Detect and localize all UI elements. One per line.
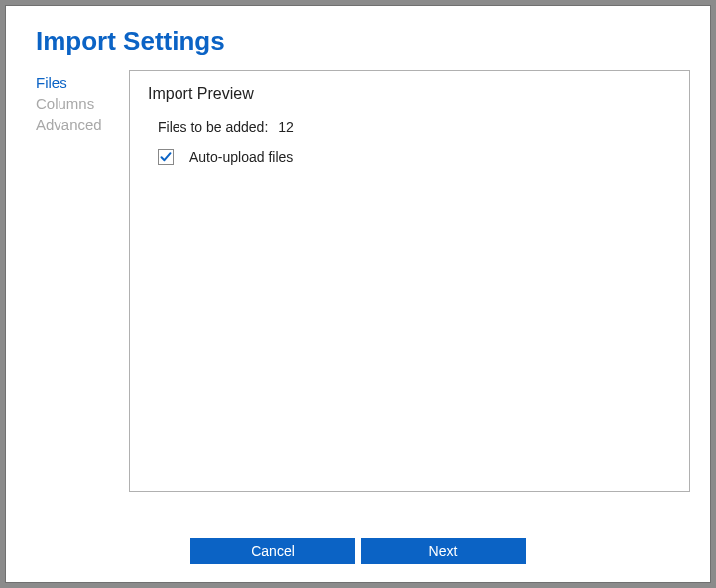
main-panel: Import Preview Files to be added: 12 Aut…: [129, 70, 690, 492]
import-settings-dialog: Import Settings Files Columns Advanced I…: [5, 5, 711, 583]
files-to-add-value: 12: [278, 119, 294, 135]
dialog-title: Import Settings: [6, 6, 710, 70]
panel-heading: Import Preview: [148, 85, 671, 103]
dialog-body: Files Columns Advanced Import Preview Fi…: [6, 70, 710, 492]
files-to-add-label: Files to be added:: [158, 119, 268, 135]
files-to-add-row: Files to be added: 12: [158, 119, 671, 135]
auto-upload-row: Auto-upload files: [158, 149, 671, 165]
auto-upload-label: Auto-upload files: [189, 149, 293, 165]
auto-upload-checkbox[interactable]: [158, 149, 174, 165]
next-button[interactable]: Next: [361, 538, 526, 564]
sidebar-item-columns[interactable]: Columns: [36, 93, 129, 114]
sidebar-nav: Files Columns Advanced: [36, 70, 129, 492]
check-icon: [160, 151, 172, 163]
cancel-button[interactable]: Cancel: [190, 538, 355, 564]
dialog-footer: Cancel Next: [6, 538, 710, 564]
sidebar-item-files[interactable]: Files: [36, 72, 129, 93]
sidebar-item-advanced[interactable]: Advanced: [36, 114, 129, 135]
